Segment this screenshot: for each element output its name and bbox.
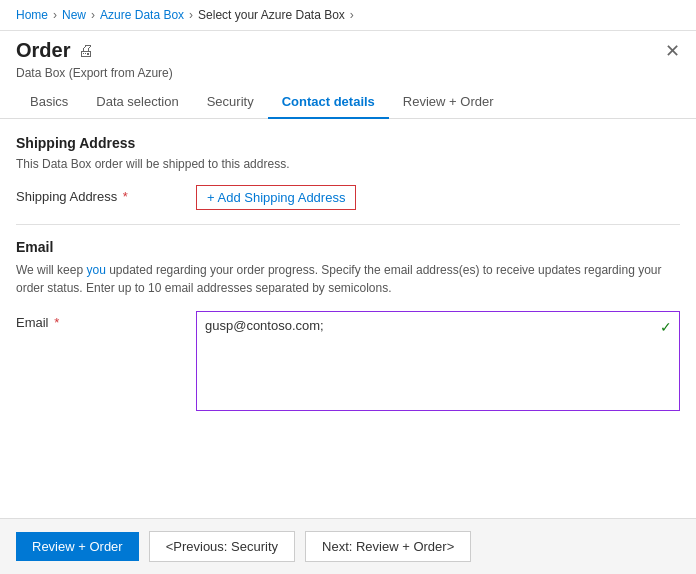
page-header: Order 🖨 ✕: [0, 31, 696, 66]
email-required-star: *: [51, 315, 60, 330]
breadcrumb-azure-data-box[interactable]: Azure Data Box: [100, 8, 184, 22]
breadcrumb-sep-4: ›: [350, 8, 354, 22]
tab-basics[interactable]: Basics: [16, 86, 82, 119]
tabs-bar: Basics Data selection Security Contact d…: [0, 86, 696, 119]
tab-review-order[interactable]: Review + Order: [389, 86, 508, 119]
shipping-section-title: Shipping Address: [16, 135, 680, 151]
breadcrumb: Home › New › Azure Data Box › Select you…: [0, 0, 696, 31]
shipping-section-desc: This Data Box order will be shipped to t…: [16, 157, 680, 171]
page-title: Order: [16, 39, 70, 62]
review-order-button[interactable]: Review + Order: [16, 532, 139, 561]
email-label: Email *: [16, 311, 196, 330]
tab-contact-details[interactable]: Contact details: [268, 86, 389, 119]
breadcrumb-sep-3: ›: [189, 8, 193, 22]
email-highlight: you: [86, 263, 105, 277]
section-divider: [16, 224, 680, 225]
breadcrumb-sep-1: ›: [53, 8, 57, 22]
shipping-address-row: Shipping Address * + Add Shipping Addres…: [16, 185, 680, 210]
tab-data-selection[interactable]: Data selection: [82, 86, 192, 119]
shipping-required-star: *: [119, 189, 128, 204]
email-section-desc: We will keep you updated regarding your …: [16, 261, 680, 297]
email-input[interactable]: gusp@contoso.com;: [196, 311, 680, 411]
email-textarea-wrap: gusp@contoso.com; ✓: [196, 311, 680, 414]
breadcrumb-current: Select your Azure Data Box: [198, 8, 345, 22]
breadcrumb-sep-2: ›: [91, 8, 95, 22]
print-icon[interactable]: 🖨: [78, 42, 94, 60]
previous-button[interactable]: <Previous: Security: [149, 531, 295, 562]
footer: Review + Order <Previous: Security Next:…: [0, 518, 696, 574]
email-valid-icon: ✓: [660, 319, 672, 335]
breadcrumb-home[interactable]: Home: [16, 8, 48, 22]
next-button[interactable]: Next: Review + Order>: [305, 531, 471, 562]
shipping-address-label: Shipping Address *: [16, 185, 196, 204]
breadcrumb-new[interactable]: New: [62, 8, 86, 22]
close-icon[interactable]: ✕: [665, 40, 680, 62]
email-section-title: Email: [16, 239, 680, 255]
add-shipping-address-button[interactable]: + Add Shipping Address: [196, 185, 356, 210]
main-content: Shipping Address This Data Box order wil…: [0, 119, 696, 503]
header-left: Order 🖨: [16, 39, 94, 62]
tab-security[interactable]: Security: [193, 86, 268, 119]
page-subtitle: Data Box (Export from Azure): [0, 66, 696, 86]
email-row: Email * gusp@contoso.com; ✓: [16, 311, 680, 414]
